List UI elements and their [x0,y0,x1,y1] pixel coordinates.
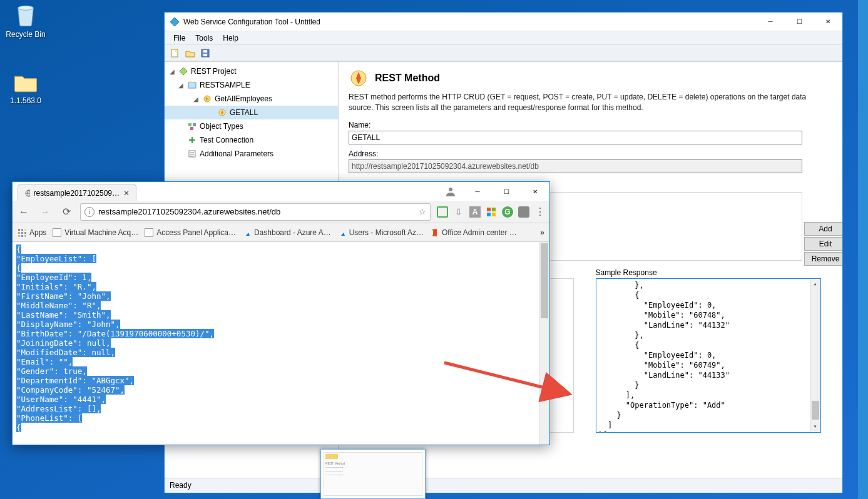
status-text: Ready [170,481,191,490]
tab-close-icon[interactable]: ✕ [123,189,130,198]
menu-icon[interactable]: ⋮ [534,206,546,218]
close-button[interactable]: ✕ [814,13,842,31]
desktop-folder-label: 1.1.563.0 [10,96,41,105]
star-icon[interactable]: ☆ [419,207,426,216]
tree-getall[interactable]: GETALL [165,106,338,119]
apps-bookmark[interactable]: Apps [18,228,46,237]
ext-icon-4[interactable] [486,206,497,218]
svg-rect-29 [21,235,23,237]
ext-icon-3[interactable]: A [469,206,481,218]
ext-icon-6[interactable] [518,206,529,218]
url-text: restsample20171025092304.azurewebsites.n… [98,207,415,216]
main-description: REST method performs the HTTP CRUD (GET … [349,92,832,113]
svg-rect-20 [487,213,491,216]
back-button[interactable]: ← [16,204,31,219]
desktop-folder[interactable]: 1.1.563.0 [3,69,49,105]
wsc-titlebar: Web Service Configuration Tool - Untitle… [165,13,842,31]
tree-additional-params[interactable]: Additional Parameters [165,147,338,161]
remove-button[interactable]: Remove [804,252,842,266]
test-icon [187,135,197,145]
svg-rect-11 [193,123,196,126]
right-edge-bar [858,0,868,499]
svg-point-0 [18,6,34,10]
statusbar: Ready [165,478,842,493]
svg-rect-2 [171,49,178,57]
svg-marker-6 [180,68,187,75]
browser-window: restsample2017102509… ✕ ─ ☐ ✕ ← → ⟳ i re… [12,181,550,445]
office-icon [430,228,439,237]
bookmark-4[interactable]: Users - Microsoft Az… [337,228,424,237]
maximize-button[interactable]: ☐ [785,13,814,31]
browser-content[interactable]: { "EmployeeList": [ { "EmployeeId": 1, "… [13,242,549,445]
tree-test-connection[interactable]: Test Connection [165,133,338,147]
ext-icon-2[interactable]: ⇩ [453,206,464,218]
browser-minimize[interactable]: ─ [463,182,492,201]
taskbar-thumbnail[interactable]: REST Method──────────────────────── [320,449,426,499]
svg-rect-30 [24,235,26,237]
name-input[interactable] [349,131,802,144]
tab-title: restsample2017102509… [34,189,120,198]
svg-rect-21 [492,213,496,216]
browser-titlebar: restsample2017102509… ✕ ─ ☐ ✕ [13,182,549,201]
svg-rect-4 [203,54,207,56]
method-icon [217,108,227,118]
browser-close[interactable]: ✕ [521,182,549,201]
bookmark-1[interactable]: Virtual Machine Acq… [53,228,138,237]
response-scrollbar[interactable]: ▴▾ [810,279,820,432]
extension-icons: ⇩ A G ⋮ [437,206,546,218]
account-icon[interactable] [444,185,457,198]
azure-icon [242,228,251,237]
bookmark-5[interactable]: Office Admin center … [430,228,517,237]
svg-rect-25 [18,232,20,234]
bookmark-3[interactable]: Dashboard - Azure A… [242,228,331,237]
recycle-bin-label: Recycle Bin [6,30,45,39]
tree-getallemployees[interactable]: ◢GetAllEmployees [165,92,338,106]
ext-icon-5[interactable]: G [502,206,513,218]
thumbnail-content: REST Method──────────────────────── [324,452,422,496]
site-info-icon[interactable]: i [84,207,94,217]
new-button[interactable] [170,48,181,59]
sample-response-box[interactable]: }, { "EmployeeId": 0, "Mobile": "60748",… [596,278,821,433]
tree-restsample[interactable]: ◢RESTSAMPLE [165,78,338,92]
reload-button[interactable]: ⟳ [59,204,74,219]
tree-object-types[interactable]: Object Types [165,119,338,133]
main-heading: REST Method [375,73,440,84]
bookmarks-overflow[interactable]: » [540,228,544,237]
recycle-bin[interactable]: Recycle Bin [3,3,49,39]
toolbar [165,45,842,61]
ext-icon-1[interactable] [437,206,448,218]
method-group-icon [202,94,212,104]
types-icon [187,121,197,131]
sample-response-label: Sample Response [596,268,833,277]
rest-method-icon [349,68,369,88]
open-button[interactable] [185,48,196,59]
menu-tools[interactable]: Tools [190,33,218,44]
svg-rect-5 [203,50,207,53]
svg-rect-27 [24,232,26,234]
sample-response-text: }, { "EmployeeId": 0, "Mobile": "60748",… [599,281,730,433]
menu-help[interactable]: Help [218,33,243,44]
edit-button[interactable]: Edit [804,237,842,251]
name-label: Name: [349,121,832,129]
minimize-button[interactable]: ─ [756,13,785,31]
menu-file[interactable]: File [168,33,190,44]
browser-maximize[interactable]: ☐ [492,182,521,201]
save-button[interactable] [200,48,211,59]
azure-icon [337,228,346,237]
omnibox[interactable]: i restsample20171025092304.azurewebsites… [80,203,431,221]
menubar: File Tools Help [165,31,842,45]
svg-rect-28 [18,235,20,237]
svg-rect-12 [190,127,193,130]
browser-tab[interactable]: restsample2017102509… ✕ [18,184,136,201]
sample-icon [187,80,197,90]
tab-favicon [24,189,30,198]
add-button[interactable]: Add [804,222,842,236]
bookmarks-bar: Apps Virtual Machine Acq… Access Panel A… [13,223,549,242]
bookmark-2[interactable]: Access Panel Applica… [145,228,236,237]
svg-rect-18 [487,208,491,211]
browser-scrollbar[interactable] [539,242,549,445]
tree-root[interactable]: ◢REST Project [165,64,338,78]
wsc-title: Web Service Configuration Tool - Untitle… [183,18,756,26]
folder-icon [13,69,39,95]
svg-rect-26 [21,232,23,234]
